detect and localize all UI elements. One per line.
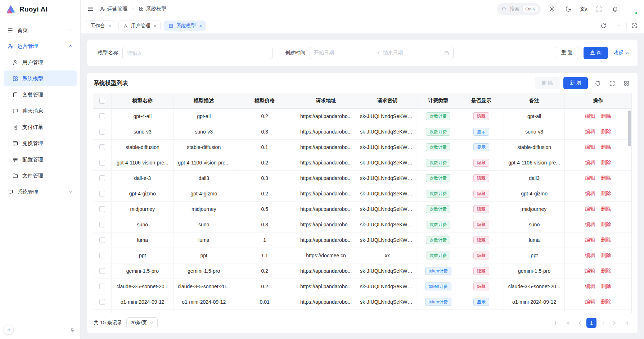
sidebar-item-user-management[interactable]: 用户管理 [4, 54, 77, 70]
edit-link[interactable]: 编辑 [585, 175, 595, 181]
fullscreen-button[interactable] [594, 4, 604, 14]
close-tab-icon[interactable]: × [199, 23, 202, 28]
row-checkbox[interactable] [99, 222, 105, 227]
delete-link[interactable]: 删除 [601, 252, 611, 258]
row-checkbox[interactable] [99, 237, 105, 243]
delete-link[interactable]: 删除 [601, 113, 611, 119]
sidebar-item-payment-orders[interactable]: 支付订单 [4, 119, 77, 135]
edit-link[interactable]: 编辑 [585, 206, 595, 212]
close-tab-icon[interactable]: × [153, 23, 157, 28]
delete-link[interactable]: 删除 [601, 268, 611, 274]
sidebar-collapse-button[interactable]: « [4, 325, 14, 335]
delete-link[interactable]: 删除 [601, 144, 611, 150]
user-avatar[interactable] [627, 4, 638, 14]
notifications-button[interactable] [611, 4, 620, 14]
sidebar-item-home[interactable]: 首页 [4, 22, 77, 38]
model-name-input[interactable] [122, 47, 273, 59]
table-title: 系统模型列表 [94, 80, 128, 87]
refresh-page-button[interactable] [599, 21, 608, 31]
cell-remark: gpt-4-1106-vision-pre... [504, 155, 565, 170]
visibility-badge: 显示 [473, 298, 489, 306]
row-checkbox[interactable] [99, 191, 105, 196]
sidebar-item-file-management[interactable]: 文件管理 [4, 168, 77, 184]
prev-5-pages-button[interactable] [563, 318, 573, 327]
delete-link[interactable]: 删除 [601, 221, 611, 227]
delete-link[interactable]: 删除 [601, 283, 611, 289]
sidebar-item-config-management[interactable]: 配置管理 [4, 152, 77, 167]
chevron-right-icon [601, 320, 606, 326]
delete-selected-button[interactable]: 删 除 [535, 77, 559, 89]
next-5-pages-button[interactable] [610, 318, 620, 327]
edit-link[interactable]: 编辑 [585, 283, 595, 289]
query-button[interactable]: 查 询 [584, 47, 608, 59]
row-checkbox[interactable] [99, 160, 105, 166]
current-page[interactable]: 1 [586, 318, 596, 328]
edit-link[interactable]: 编辑 [585, 159, 595, 165]
sidebar-item-operations[interactable]: 运营管理 [4, 38, 77, 54]
select-all-checkbox[interactable] [99, 98, 105, 104]
collapse-filter-button[interactable]: 收起 [612, 47, 631, 59]
filter-panel: 模型名称 创建时间 开始日期 结束日期 重 置 查 询 收起 [87, 40, 638, 66]
row-checkbox[interactable] [99, 284, 105, 289]
page-size-select[interactable]: 20条/页 [126, 317, 158, 328]
sidebar-item-system-models[interactable]: 系统模型 [4, 71, 77, 86]
add-button[interactable]: 新 增 [563, 77, 588, 89]
table-fullscreen-button[interactable] [607, 78, 617, 88]
last-page-button[interactable] [622, 318, 631, 327]
tab-system-models[interactable]: 系统模型 × [164, 21, 206, 31]
delete-link[interactable]: 删除 [601, 159, 611, 165]
breadcrumb-operations[interactable]: 运营管理 [100, 6, 127, 12]
delete-link[interactable]: 删除 [601, 128, 611, 134]
row-checkbox[interactable] [99, 113, 105, 119]
column-settings-button[interactable] [622, 78, 631, 88]
edit-link[interactable]: 编辑 [585, 237, 595, 243]
delete-link[interactable]: 删除 [601, 237, 611, 243]
next-page-button[interactable] [599, 318, 608, 327]
row-checkbox[interactable] [99, 206, 105, 212]
row-checkbox[interactable] [99, 299, 105, 305]
theme-toggle-button[interactable] [564, 4, 573, 14]
tab-user-management[interactable]: 用户管理 × [118, 21, 161, 31]
delete-link[interactable]: 删除 [601, 206, 611, 212]
edit-link[interactable]: 编辑 [585, 190, 595, 196]
edit-link[interactable]: 编辑 [585, 221, 595, 227]
tab-options-button[interactable] [614, 21, 623, 31]
delete-link[interactable]: 删除 [601, 190, 611, 196]
row-checkbox[interactable] [99, 144, 105, 150]
visibility-badge: 隐藏 [473, 282, 489, 290]
close-tab-icon[interactable]: × [108, 23, 112, 28]
app-logo[interactable]: Ruoyi AI [0, 0, 80, 19]
global-search[interactable]: 搜索 Ctrl K [497, 3, 541, 15]
sidebar-item-package-management[interactable]: 套餐管理 [4, 87, 77, 103]
edit-link[interactable]: 编辑 [585, 268, 595, 274]
settings-button[interactable] [548, 4, 557, 14]
translate-icon[interactable]: 文A [580, 6, 587, 12]
sidebar-item-exchange-management[interactable]: 兑换管理 [4, 135, 77, 151]
row-checkbox[interactable] [99, 268, 105, 274]
edit-link[interactable]: 编辑 [585, 113, 595, 119]
edit-link[interactable]: 编辑 [585, 299, 595, 304]
reset-button[interactable]: 重 置 [555, 47, 579, 59]
first-page-button[interactable] [552, 318, 561, 327]
search-placeholder: 搜索 [510, 6, 519, 12]
row-checkbox[interactable] [99, 129, 105, 135]
delete-link[interactable]: 删除 [601, 175, 611, 181]
breadcrumb-system-models[interactable]: 系统模型 [139, 6, 166, 12]
row-checkbox[interactable] [99, 175, 105, 181]
pin-icon[interactable] [69, 327, 75, 333]
sidebar-item-chat-messages[interactable]: 聊天消息 [4, 103, 77, 119]
row-checkbox[interactable] [99, 253, 105, 258]
edit-link[interactable]: 编辑 [585, 128, 595, 134]
edit-link[interactable]: 编辑 [585, 252, 595, 258]
prev-page-button[interactable] [575, 318, 584, 327]
sidebar-item-system-management[interactable]: 系统管理 [4, 184, 77, 200]
collapse-menu-button[interactable] [87, 5, 94, 12]
delete-link[interactable]: 删除 [601, 299, 611, 304]
refresh-table-button[interactable] [593, 78, 602, 88]
cell-model-price: 0.01 [234, 294, 295, 309]
edit-link[interactable]: 编辑 [585, 144, 595, 150]
content-fullscreen-button[interactable] [630, 21, 639, 31]
tab-workbench[interactable]: 工作台 × [86, 21, 115, 31]
date-range-picker[interactable]: 开始日期 结束日期 [310, 47, 454, 59]
vertical-scrollbar[interactable] [628, 110, 631, 146]
